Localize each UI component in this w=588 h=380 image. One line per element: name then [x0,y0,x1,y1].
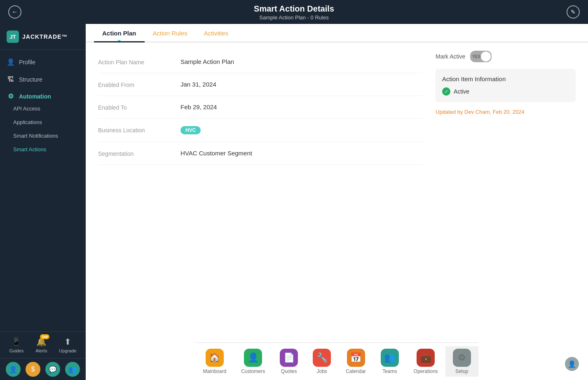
nav-calendar[interactable]: 📅 Calendar [338,346,373,377]
jobs-label: Jobs [316,368,327,374]
value-enabled-from: Jan 31, 2024 [180,81,423,88]
back-button[interactable]: ← [8,5,21,19]
nav-quotes[interactable]: 📄 Quotes [272,346,305,377]
sidebar-item-smart-notifications[interactable]: Smart Notifications [0,129,86,143]
edit-button[interactable]: ✎ [567,5,580,19]
nav-mainboard[interactable]: 🏠 Mainboard [195,346,234,377]
alerts-button[interactable]: 🔔 268 Alerts [35,337,47,353]
sidebar-item-label: Profile [19,59,35,66]
sidebar-item-structure[interactable]: 🏗 Structure [0,71,86,88]
teams-label: Teams [382,368,397,374]
content-area: Action Plan Action Rules Activities Acti… [86,24,588,380]
main-layout: JT JACKTRADE™ 👤 Profile 🏗 Structure ⚙ Au… [0,24,588,380]
sidebar-item-label: Structure [19,76,42,83]
status-text: Active [454,88,469,95]
mainboard-icon: 🏠 [206,349,224,367]
sidebar-item-api-access[interactable]: API Access [0,102,86,115]
mark-active-label: Mark Active [436,53,465,60]
form-row-enabled-to: Enabled To Feb 29, 2024 [98,96,423,119]
form-row-business-location: Business Location HVC [98,119,423,142]
guides-button[interactable]: 📱 Guides [9,337,23,353]
nav-jobs[interactable]: 🔧 Jobs [305,346,338,377]
user-avatar-placeholder: 👤 [565,357,579,371]
quotes-icon: 📄 [280,349,298,367]
profile-icon: 👤 [7,58,15,66]
tab-action-plan[interactable]: Action Plan [94,24,145,42]
value-enabled-to: Feb 29, 2024 [180,103,423,110]
sidebar-logo: JT JACKTRADE™ [0,24,86,50]
updated-prefix: Updated by [436,109,464,115]
logo-icon: JT [7,30,19,43]
updated-date: , Feb 20, 2024 [490,109,525,115]
setup-icon: ⚙ [453,349,471,367]
structure-icon: 🏗 [7,76,15,83]
label-enabled-from: Enabled From [98,81,180,88]
alerts-badge: 268 [40,334,49,339]
nav-setup[interactable]: ⚙ Setup [445,346,478,377]
nav-customers[interactable]: 👤 Customers [234,346,272,377]
info-card: Action Item Information ✓ Active [436,69,576,102]
nav-operations[interactable]: 💼 Operations [406,346,445,377]
status-dot-active: ✓ [442,87,450,96]
automation-icon: ⚙ [7,92,15,100]
value-business-location: HVC [180,126,423,134]
value-segmentation: HVAC Customer Segment [180,150,423,157]
info-card-title: Action Item Information [442,75,569,82]
mark-active-toggle[interactable]: YES [470,51,492,62]
guides-icon: 📱 [11,337,21,347]
jobs-icon: 🔧 [313,349,331,367]
calendar-icon: 📅 [347,349,365,367]
operations-label: Operations [414,368,438,374]
updated-by: Dev Cham [464,109,490,115]
form-row-enabled-from: Enabled From Jan 31, 2024 [98,73,423,96]
sidebar-item-applications[interactable]: Applications [0,115,86,129]
label-plan-name: Action Plan Name [98,58,180,66]
form-content: Action Plan Name Sample Action Plan Enab… [86,42,588,342]
page-title: Smart Action Details [0,4,588,14]
label-segmentation: Segmentation [98,150,180,157]
tab-activities[interactable]: Activities [196,24,237,42]
avatar-group[interactable]: 👥 [65,362,80,377]
operations-icon: 💼 [417,349,435,367]
avatar-dollar[interactable]: $ [26,362,40,377]
form-main: Action Plan Name Sample Action Plan Enab… [98,51,423,334]
avatar-chat[interactable]: 💬 [45,362,60,377]
page-subtitle: Sample Action Plan - 0 Rules [0,14,588,21]
upgrade-label: Upgrade [59,348,76,353]
avatar-user[interactable]: 👤 [6,362,21,377]
updated-text: Updated by Dev Cham, Feb 20, 2024 [436,109,576,115]
calendar-label: Calendar [346,368,366,374]
top-header: ← Smart Action Details Sample Action Pla… [0,0,588,24]
mainboard-label: Mainboard [203,368,226,374]
api-access-label: API Access [13,106,40,112]
label-enabled-to: Enabled To [98,103,180,111]
logo-text: JACKTRADE™ [22,33,68,40]
user-avatar-bottom[interactable]: 👤 [564,356,580,372]
upgrade-icon: ⬆ [64,337,71,347]
nav-teams[interactable]: 👥 Teams [373,346,406,377]
customers-icon: 👤 [244,349,262,367]
smart-actions-label: Smart Actions [13,146,46,152]
setup-label: Setup [455,368,468,374]
label-business-location: Business Location [98,126,180,134]
sidebar-item-label: Automation [19,93,51,100]
alerts-label: Alerts [35,348,47,353]
right-panel: Mark Active YES Action Item Information … [436,51,576,334]
form-row-plan-name: Action Plan Name Sample Action Plan [98,51,423,73]
sidebar-item-smart-actions[interactable]: Smart Actions [0,143,86,156]
applications-label: Applications [13,119,42,125]
sidebar-item-profile[interactable]: 👤 Profile [0,53,86,71]
sidebar-item-automation[interactable]: ⚙ Automation [0,88,86,102]
bottom-nav-wrapper: 🏠 Mainboard 👤 Customers 📄 Quotes 🔧 Jobs … [86,342,588,380]
customers-label: Customers [241,368,265,374]
tab-action-rules[interactable]: Action Rules [145,24,196,42]
tabs-bar: Action Plan Action Rules Activities [86,24,588,42]
mark-active-row: Mark Active YES [436,51,576,62]
toggle-knob [481,52,491,61]
hvc-badge: HVC [180,126,201,134]
upgrade-button[interactable]: ⬆ Upgrade [59,337,76,353]
bottom-nav: 🏠 Mainboard 👤 Customers 📄 Quotes 🔧 Jobs … [195,342,478,380]
status-row: ✓ Active [442,87,569,96]
sidebar-avatars: 👤 $ 💬 👥 [0,358,86,380]
sidebar-nav: 👤 Profile 🏗 Structure ⚙ Automation API A… [0,50,86,331]
